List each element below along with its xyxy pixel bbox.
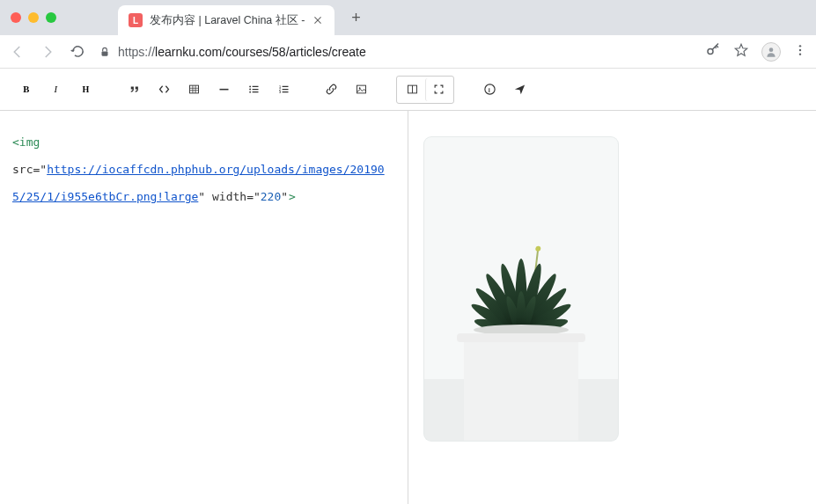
svg-point-1 [708,48,713,54]
italic-button[interactable]: I [44,77,69,102]
window-titlebar: L 发布内容 | Laravel China 社区 - + [0,0,816,35]
markdown-preview-pane [408,111,817,504]
tab-close-button[interactable] [312,14,324,26]
help-button[interactable]: i [477,77,502,102]
window-controls [11,12,56,23]
fullscreen-button[interactable] [425,78,452,101]
svg-text:H: H [82,84,89,94]
new-tab-button[interactable]: + [345,7,366,28]
url-field[interactable]: https://learnku.com/courses/58/articles/… [99,45,693,59]
heading-button[interactable]: H [74,77,99,102]
hr-button[interactable] [211,77,236,102]
svg-point-18 [358,87,360,89]
close-window-button[interactable] [11,12,21,23]
bold-button[interactable]: B [14,77,39,102]
link-button[interactable] [319,77,343,102]
svg-point-2 [769,47,774,52]
view-mode-group [396,76,454,104]
svg-rect-10 [219,89,228,91]
profile-avatar-button[interactable] [761,42,781,62]
image-button[interactable] [349,77,373,102]
favicon-icon: L [129,13,143,27]
preview-image [424,137,618,441]
forward-button[interactable] [39,43,56,61]
minimize-window-button[interactable] [28,12,39,23]
text-cursor [288,190,289,203]
reload-button[interactable] [69,43,86,61]
svg-text:I: I [53,84,57,94]
editor-toolbar: B I H 123 i [0,69,816,111]
svg-text:B: B [23,84,29,94]
markdown-source-pane[interactable]: <img src="https://iocaffcdn.phphub.org/u… [0,111,408,504]
ol-button[interactable]: 123 [271,77,296,102]
maximize-window-button[interactable] [46,12,56,23]
svg-rect-0 [102,51,108,55]
ul-button[interactable] [241,77,266,102]
svg-point-3 [799,45,801,47]
split-view-button[interactable] [399,78,425,101]
code-button[interactable] [151,77,176,102]
svg-text:i: i [488,86,489,94]
svg-point-5 [799,53,801,55]
table-button[interactable] [181,77,206,102]
svg-point-13 [249,91,251,93]
back-button[interactable] [9,43,26,61]
browser-tab[interactable]: L 发布内容 | Laravel China 社区 - [118,5,334,35]
quote-button[interactable] [121,77,146,102]
svg-rect-9 [189,85,198,93]
submit-button[interactable] [507,77,532,102]
key-icon[interactable] [705,42,721,62]
tab-title: 发布内容 | Laravel China 社区 - [150,13,305,28]
svg-text:3: 3 [278,91,280,94]
source-code[interactable]: <img src="https://iocaffcdn.phphub.org/u… [12,128,395,211]
menu-button[interactable] [793,43,807,61]
lock-icon [99,46,111,58]
url-text: https://learnku.com/courses/58/articles/… [118,45,366,59]
editor-body: <img src="https://iocaffcdn.phphub.org/u… [0,111,816,504]
svg-point-11 [249,85,251,87]
bookmark-star-button[interactable] [733,42,749,62]
address-bar: https://learnku.com/courses/58/articles/… [0,35,816,69]
svg-point-12 [249,89,251,91]
svg-point-4 [799,48,801,50]
